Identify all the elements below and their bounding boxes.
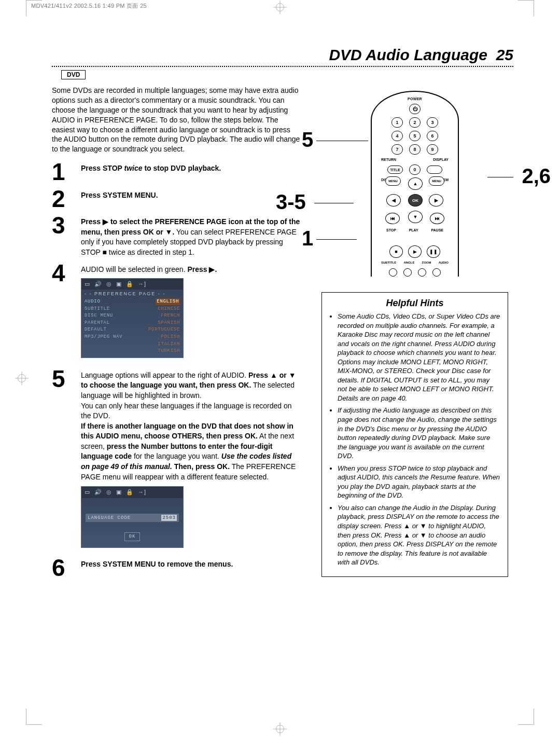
pause-label: PAUSE [431, 228, 443, 232]
menu-left-label: DISC MENU [85, 312, 113, 319]
screenshot-iconbar: ▭ 🔊 ◎ ▣ 🔒 →] [81, 487, 183, 498]
subtitle-label: SUBTITLE [381, 261, 396, 264]
ok-button: OK [408, 194, 423, 207]
angle-label: ANGLE [403, 261, 414, 264]
print-meta-header: MDV421/411v2 2002.5.16 1:49 PM 页面 25 [0, 0, 560, 10]
dvd-chip: DVD [61, 70, 86, 79]
callout-1: 1 [302, 228, 313, 249]
audio-icon: 🔊 [94, 280, 102, 288]
exit-icon: →] [138, 488, 146, 496]
power-label: POWER [408, 97, 422, 101]
step-5-text-a: Language options will appear to the righ… [81, 371, 248, 379]
helpful-hints-box: Helpful Hints Some Audio CDs, Video CDs,… [321, 292, 508, 577]
audio-label: AUDIO [439, 261, 449, 264]
menu-right-value: TURKISH [158, 348, 180, 354]
step-1-text-c: to stop DVD playback. [143, 164, 221, 172]
step-number: 3 [52, 215, 73, 236]
step-2-text: Press SYSTEM MENU. [81, 191, 158, 199]
step-1: 1 Press STOP twice to stop DVD playback. [52, 163, 301, 183]
right-button: ▶ [429, 194, 443, 207]
step-number: 1 [52, 161, 73, 183]
menu-row: DISC MENUFRENCH [85, 312, 180, 319]
divider-dotted [52, 66, 513, 67]
skip-forward-button: ⏭ [430, 213, 444, 224]
intro-text: Some DVDs are recorded in multiple langu… [52, 86, 301, 154]
play-label: PLAY [409, 228, 418, 232]
num-9-button: 9 [427, 144, 438, 155]
step-2: 2 Press SYSTEM MENU. [52, 190, 301, 210]
up-button: ▲ [408, 177, 423, 190]
dpad: MENU ▲ MENU ◀ OK ▶ ⏮ ▼ ⏭ [386, 185, 443, 216]
screenshot-header: - - PREFERENCE PAGE - - [81, 290, 183, 298]
menu-left-label: MP3/JPEG NAV [85, 334, 122, 340]
down-button: ▼ [408, 211, 423, 223]
screen-icon: ▭ [85, 488, 90, 496]
menu-row: PARENTALSPANISH [85, 320, 180, 326]
step-5-text-h: for the language you want. [132, 452, 221, 460]
video-icon: ▣ [116, 488, 122, 496]
menu-row: MP3/JPEG NAVPOLISH [85, 334, 180, 340]
stop-label: STOP [386, 228, 396, 232]
hint-item: When you press STOP twice to stop playba… [338, 464, 500, 500]
display-button [427, 166, 442, 174]
page-number: 25 [496, 46, 513, 63]
step-number: 5 [52, 368, 73, 390]
preference-page-screenshot: ▭ 🔊 ◎ ▣ 🔒 →] - - PREFERENCE PAGE - - AUD… [81, 278, 184, 358]
step-number: 2 [52, 188, 73, 210]
angle-button [403, 268, 412, 277]
main-content-column: Some DVDs are recorded in multiple langu… [52, 86, 301, 586]
disc-menu-button: MENU [385, 176, 401, 186]
stop-button: ■ [389, 245, 403, 258]
pause-button: ❚❚ [427, 245, 440, 258]
num-5-button: 5 [409, 131, 421, 141]
lock-icon: 🔒 [126, 280, 134, 288]
language-code-label: LANGUAGE CODE [88, 515, 131, 521]
menu-right-value: CHINESE [158, 306, 180, 312]
num-2-button: 2 [409, 117, 421, 128]
callout-5: 5 [302, 129, 313, 150]
display-label: DISPLAY [433, 158, 449, 161]
step-number: 6 [52, 557, 73, 579]
menu-right-value: ENGLISH [156, 298, 180, 305]
num-4-button: 4 [391, 131, 403, 141]
zoom-label: ZOOM [422, 261, 431, 264]
step-3: 3 Press ▶ to select the PREFERENCE PAGE … [52, 217, 301, 257]
language-code-value: 2503 [161, 515, 177, 521]
step-number: 4 [52, 263, 73, 284]
menu-right-value: ITALIAN [158, 341, 180, 348]
helpful-hints-title: Helpful Hints [329, 298, 500, 309]
num-6-button: 6 [427, 131, 438, 141]
screen-icon: ▭ [85, 280, 90, 288]
hint-item: You also can change the Audio in the Dis… [338, 503, 500, 567]
callout-2-6: 2,6 [522, 166, 551, 186]
left-button: ◀ [386, 194, 401, 207]
hint-item: Some Audio CDs, Video CDs, or Super Vide… [338, 312, 500, 403]
menu-row: TURKISH [85, 348, 180, 354]
step-6-text: Press SYSTEM MENU to remove the menus. [81, 560, 233, 568]
page-title: DVD Audio Language [329, 46, 487, 63]
step-5-text-j: Then, press OK. [172, 462, 230, 471]
step-4-text-b: Press ▶. [187, 265, 217, 273]
step-1-text-a: Press STOP [81, 164, 124, 172]
num-7-button: 7 [391, 144, 403, 155]
num-0-button: 0 [409, 164, 421, 175]
play-button: ▶ [408, 245, 422, 258]
title-button: TITLE [387, 166, 403, 174]
side-column: 5 3-5 1 2,6 POWER ⏻ 1 2 3 [321, 86, 508, 586]
menu-left-label: SUBTITLE [85, 306, 110, 312]
callout-3-5: 3-5 [276, 191, 306, 212]
step-1-text-b: twice [124, 164, 143, 172]
menu-right-value: PORTUGUESE [148, 326, 180, 333]
menu-right-value: POLISH [161, 334, 180, 340]
menu-left-label: AUDIO [85, 298, 101, 305]
return-label: RETURN [381, 158, 396, 161]
step-5: 5 Language options will appear to the ri… [52, 370, 301, 552]
language-code-screenshot: ▭ 🔊 ◎ ▣ 🔒 →] LANGUAGE CODE 2503 OK [81, 486, 184, 548]
disc-icon: ◎ [106, 488, 112, 496]
menu-right-value: SPANISH [158, 320, 180, 326]
exit-icon: →] [138, 280, 146, 288]
disc-icon: ◎ [106, 280, 112, 288]
menu-row: ITALIAN [85, 341, 180, 348]
remote-diagram: 5 3-5 1 2,6 POWER ⏻ 1 2 3 [321, 91, 508, 277]
menu-row: AUDIOENGLISH [85, 298, 180, 305]
